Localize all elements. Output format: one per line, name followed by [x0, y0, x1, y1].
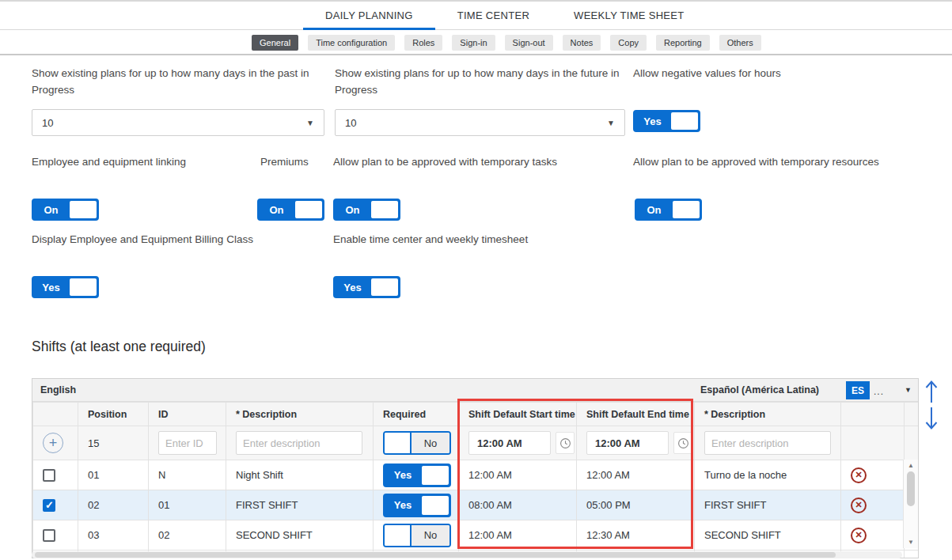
table-vertical-scrollbar[interactable]: ▲ ▼ [903, 460, 918, 548]
shift-required-toggle[interactable]: Yes [383, 494, 451, 517]
new-shift-description-input[interactable] [236, 431, 362, 455]
label-premiums: Premiums [260, 154, 309, 171]
shift-description: SECOND SHIFT [226, 520, 374, 551]
emp-equip-linking-toggle[interactable]: On [32, 199, 99, 221]
shift-id: 01 [149, 490, 226, 520]
new-shift-end-time-input[interactable]: 12:00 AM [586, 431, 669, 455]
end-time-column-header: Shift Default End time [577, 403, 695, 426]
arrow-down-icon[interactable] [924, 406, 939, 431]
row-checkbox[interactable] [43, 499, 55, 512]
shift-required-toggle[interactable]: Yes [383, 464, 451, 487]
tab-weekly-time-sheet[interactable]: WEEKLY TIME SHEET [552, 2, 706, 29]
shift-end-time[interactable]: 05:00 PM [577, 490, 695, 520]
label-negative-hours: Allow negative values for hours [633, 66, 934, 82]
subtab-copy[interactable]: Copy [610, 35, 647, 51]
shift-es-description: SECOND SHIFT [695, 520, 841, 551]
add-row-position: 15 [78, 426, 149, 460]
vertical-scroll-thumb[interactable] [907, 471, 915, 506]
shift-start-time[interactable]: 08:00 AM [459, 490, 577, 520]
billing-class-toggle[interactable]: Yes [32, 276, 99, 298]
toggle-knob [371, 278, 398, 296]
shift-id: N [149, 460, 226, 490]
group-header-spanish: Español (América Latina) [700, 384, 819, 395]
add-shift-row: + 15 No 12:00 AM 12:00 AM [33, 426, 920, 460]
subtab-sign-in[interactable]: Sign-in [452, 35, 495, 51]
shift-start-time[interactable]: 12:00 AM [459, 520, 577, 551]
subtab-reporting[interactable]: Reporting [656, 35, 710, 51]
delete-column-header [841, 403, 905, 426]
add-row-icon[interactable]: + [43, 433, 63, 453]
required-column-header: Required [374, 403, 459, 426]
toggle-knob [422, 496, 449, 515]
language-more[interactable]: ... [874, 386, 884, 397]
row-reorder-arrows [924, 377, 947, 433]
past-days-select[interactable]: 10 ▼ [32, 109, 324, 136]
subtab-notes[interactable]: Notes [563, 35, 601, 51]
scrollbar-column-header [905, 403, 920, 426]
future-days-value: 10 [345, 117, 356, 129]
arrow-up-icon[interactable] [924, 379, 939, 404]
new-shift-start-time-input[interactable]: 12:00 AM [468, 431, 551, 455]
delete-row-icon[interactable]: ✕ [851, 498, 867, 513]
label-time-center-enable: Enable time center and weekly timesheet [333, 232, 528, 248]
temp-resources-toggle[interactable]: On [635, 199, 702, 221]
scroll-down-icon[interactable]: ▼ [904, 539, 918, 546]
toggle-knob [70, 278, 97, 296]
group-header-english: English [40, 384, 76, 395]
table-horizontal-scrollbar[interactable] [32, 551, 902, 558]
new-shift-id-input[interactable] [158, 431, 217, 455]
shift-id: 02 [149, 520, 226, 551]
shift-position: 03 [78, 520, 149, 551]
subtab-time-configuration[interactable]: Time configuration [308, 35, 395, 51]
shift-es-description: FIRST SHIFT [695, 490, 841, 520]
past-days-value: 10 [42, 117, 53, 129]
toggle-knob [673, 201, 700, 218]
chevron-down-icon: ▼ [607, 119, 615, 127]
time-center-toggle[interactable]: Yes [333, 276, 400, 298]
shift-position: 01 [78, 460, 149, 490]
label-future-days: Show existing plans for up to how many d… [335, 66, 626, 99]
subtab-roles[interactable]: Roles [404, 35, 442, 51]
negative-hours-toggle[interactable]: Yes [633, 110, 700, 132]
temp-tasks-toggle[interactable]: On [333, 199, 400, 221]
shift-row: 03 02 SECOND SHIFT No 12:00 AM 12:30 AM … [33, 520, 920, 551]
delete-row-icon[interactable]: ✕ [851, 467, 867, 483]
subtab-sign-out[interactable]: Sign-out [505, 35, 553, 51]
label-emp-equip-linking: Employee and equipment linking [32, 154, 186, 171]
tab-daily-planning[interactable]: DAILY PLANNING [303, 2, 435, 29]
shift-description: Night Shift [226, 460, 374, 490]
language-badge[interactable]: ES [846, 381, 870, 399]
main-tab-bar: DAILY PLANNING TIME CENTER WEEKLY TIME S… [0, 0, 952, 30]
scroll-up-icon[interactable]: ▲ [904, 462, 918, 469]
position-column-header: Position [78, 403, 149, 426]
shift-end-time[interactable]: 12:30 AM [577, 520, 695, 551]
new-shift-es-description-input[interactable] [704, 431, 831, 455]
future-days-select[interactable]: 10 ▼ [335, 109, 625, 136]
chevron-down-icon[interactable]: ▼ [905, 386, 912, 394]
new-shift-required-toggle[interactable]: No [383, 431, 451, 455]
shift-end-time[interactable]: 12:00 AM [577, 460, 695, 490]
es-description-column-header: * Description [695, 403, 841, 426]
clock-icon[interactable] [556, 432, 575, 454]
label-temp-tasks: Allow plan to be approved with temporary… [333, 154, 557, 171]
tab-time-center[interactable]: TIME CENTER [435, 2, 552, 29]
shifts-table: English Español (América Latina) ES ... … [32, 378, 919, 558]
toggle-knob [422, 466, 449, 485]
shift-required-toggle[interactable]: No [383, 524, 451, 547]
row-checkbox[interactable] [43, 469, 55, 482]
id-column-header: ID [149, 403, 226, 426]
toggle-knob [385, 525, 412, 546]
start-time-column-header: Shift Default Start time [459, 403, 577, 426]
premiums-toggle[interactable]: On [257, 199, 324, 221]
label-temp-resources: Allow plan to be approved with temporary… [633, 154, 879, 171]
clock-icon[interactable] [673, 432, 692, 454]
subtab-general[interactable]: General [252, 35, 298, 51]
delete-row-icon[interactable]: ✕ [851, 528, 867, 543]
row-checkbox[interactable] [43, 529, 55, 542]
label-past-days: Show existing plans for up to how many d… [32, 66, 318, 99]
label-billing-class: Display Employee and Equipment Billing C… [32, 232, 253, 248]
sub-tab-bar: General Time configuration Roles Sign-in… [0, 31, 952, 55]
horizontal-scroll-thumb[interactable] [35, 552, 836, 558]
subtab-others[interactable]: Others [719, 35, 761, 51]
shift-start-time[interactable]: 12:00 AM [459, 460, 577, 490]
